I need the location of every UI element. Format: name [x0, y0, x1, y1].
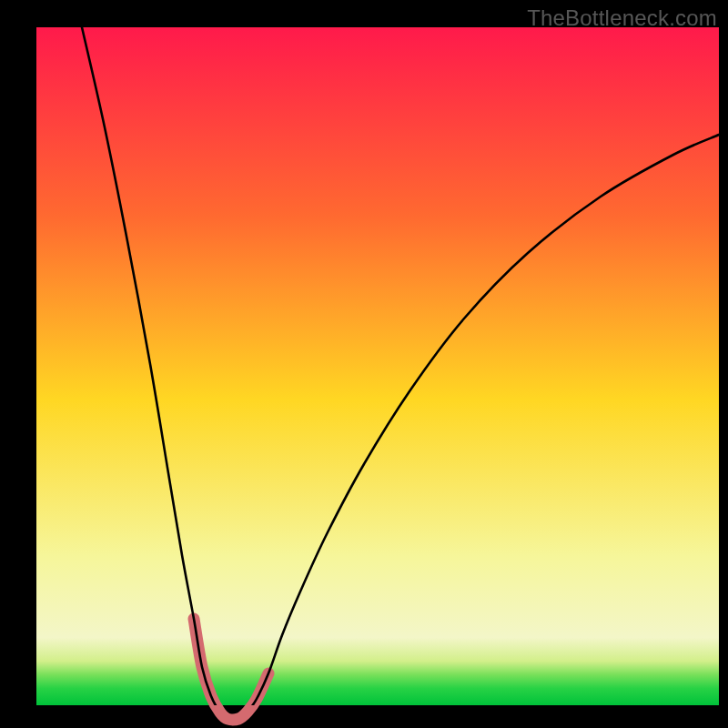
bottleneck-chart	[0, 0, 728, 728]
watermark-text: TheBottleneck.com	[527, 5, 717, 31]
chart-frame: TheBottleneck.com	[0, 0, 728, 728]
heat-gradient-bg	[36, 27, 719, 705]
